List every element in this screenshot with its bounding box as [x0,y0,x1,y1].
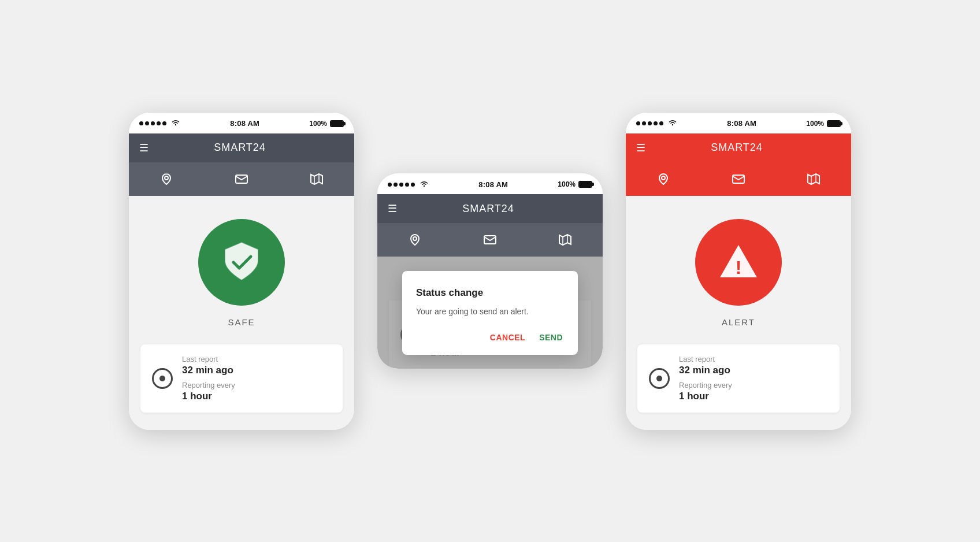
svg-point-11 [662,176,665,180]
alert-phone: 8:08 AM 100% ☰ SMART24 [626,113,851,430]
dialog-overlay: Status change Your are going to send an … [377,257,603,369]
warning-triangle-icon: ! [715,238,762,287]
phone-body-dialog: Press to send alert Last report 32 min a… [377,257,603,369]
mail-nav-icon-2[interactable] [478,231,502,248]
status-bar-alert: 8:08 AM 100% [626,113,851,133]
svg-point-6 [413,237,417,240]
shield-check-icon [218,238,265,287]
battery-percent: 100% [309,120,327,128]
svg-point-10 [672,124,673,125]
reporting-label-3: Reporting every [679,381,732,389]
wifi-icon-2 [420,180,429,189]
wifi-icon-3 [668,119,677,128]
report-card-alert: Last report 32 min ago Reporting every 1… [637,344,840,413]
app-header-safe: ☰ SMART24 [129,133,354,162]
location-dot-alert [649,368,670,389]
last-report-label: Last report [182,355,235,363]
dialog-phone: 8:08 AM 100% ☰ SMART24 [377,173,603,369]
report-text-safe: Last report 32 min ago Reporting every 1… [182,355,235,402]
app-header-alert: ☰ SMART24 [626,133,851,162]
nav-icons-dialog [377,223,603,257]
status-bar-dialog: 8:08 AM 100% [377,173,603,194]
alert-status-label: ALERT [722,317,755,327]
battery-percent-3: 100% [806,120,824,128]
battery-icon-3 [827,120,841,127]
status-time-3: 8:08 AM [727,119,756,128]
reporting-value-3: 1 hour [679,391,732,402]
battery-area-2: 100% [558,180,592,188]
last-report-value-3: 32 min ago [679,365,732,376]
hamburger-icon-3[interactable]: ☰ [636,142,645,154]
nav-icons-safe [129,162,354,196]
location-nav-icon-3[interactable] [652,170,675,188]
battery-area: 100% [309,120,344,128]
location-nav-icon[interactable] [155,170,178,188]
wifi-icon [171,119,180,128]
report-card-safe: Last report 32 min ago Reporting every 1… [140,344,343,413]
signal-dots-3 [636,119,677,128]
hamburger-icon[interactable]: ☰ [139,142,149,154]
dialog-title: Status change [416,287,564,299]
dialog-body: Your are going to send an alert. [416,306,564,318]
reporting-label: Reporting every [182,381,235,389]
location-dot-safe [152,368,173,389]
battery-icon [330,120,344,127]
last-report-label-3: Last report [679,355,732,363]
signal-dots-2 [388,180,429,189]
battery-icon-2 [578,181,592,188]
cancel-button[interactable]: CANCEL [489,331,526,344]
mail-nav-icon[interactable] [230,170,253,188]
mail-nav-icon-3[interactable] [727,170,750,188]
svg-point-0 [175,124,176,125]
svg-point-5 [424,185,425,186]
hamburger-icon-2[interactable]: ☰ [388,202,397,215]
app-title-alert: SMART24 [711,142,763,154]
svg-text:!: ! [736,257,742,278]
phones-container: 8:08 AM 100% ☰ SMART24 [129,113,851,430]
app-title-safe: SMART24 [214,142,266,154]
safe-status-label: SAFE [228,317,255,327]
status-change-dialog: Status change Your are going to send an … [402,271,578,355]
app-title-dialog: SMART24 [462,203,514,215]
alert-circle[interactable]: ! [695,219,782,306]
map-nav-icon[interactable] [305,170,328,188]
battery-percent-2: 100% [558,180,576,188]
svg-point-1 [165,176,168,180]
status-time-2: 8:08 AM [478,180,508,189]
map-nav-icon-2[interactable] [554,231,577,248]
location-nav-icon-2[interactable] [403,231,426,248]
last-report-value: 32 min ago [182,365,235,376]
report-text-alert: Last report 32 min ago Reporting every 1… [679,355,732,402]
nav-icons-alert [626,162,851,196]
status-bar-safe: 8:08 AM 100% [129,113,354,133]
map-nav-icon-3[interactable] [802,170,825,188]
phone-body-safe: SAFE Last report 32 min ago Reporting ev… [129,196,354,430]
battery-area-3: 100% [806,120,841,128]
phone-body-alert: ! ALERT Last report 32 min ago Reporting… [626,196,851,430]
status-time: 8:08 AM [230,119,259,128]
app-header-dialog: ☰ SMART24 [377,194,603,223]
dialog-actions: CANCEL SEND [416,331,564,344]
safe-circle[interactable] [198,219,285,306]
send-button[interactable]: SEND [538,331,564,344]
signal-dots [139,119,180,128]
reporting-value: 1 hour [182,391,235,402]
safe-phone: 8:08 AM 100% ☰ SMART24 [129,113,354,430]
